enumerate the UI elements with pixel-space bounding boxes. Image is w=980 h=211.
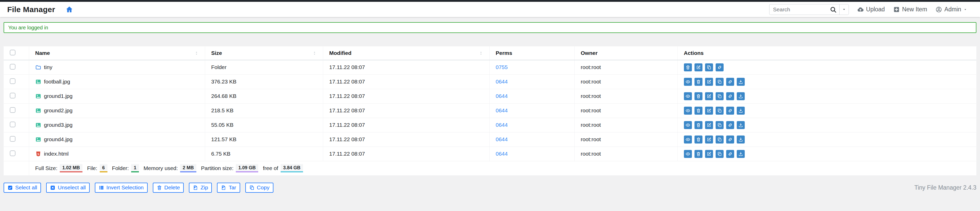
copy-button[interactable]: Copy — [245, 182, 274, 193]
zip-button[interactable]: Zip — [189, 182, 212, 193]
file-modified: 17.11.22 08:07 — [323, 75, 489, 89]
action-delete-button[interactable] — [694, 78, 702, 86]
column-header-modified[interactable]: Modified — [323, 46, 489, 60]
file-owner: root:root — [574, 147, 678, 161]
nav-item-label: Admin — [945, 6, 961, 13]
file-name-link[interactable]: ground1.jpg — [35, 93, 199, 99]
summary-value-badge: 2 MB — [180, 164, 196, 172]
invert-selection-button[interactable]: Invert Selection — [95, 182, 148, 193]
action-rename-button[interactable] — [694, 63, 702, 71]
column-header-name[interactable]: Name — [29, 46, 205, 60]
nav-item-admin[interactable]: Admin — [935, 6, 967, 13]
action-preview-button[interactable] — [684, 107, 692, 115]
action-preview-button[interactable] — [684, 78, 692, 86]
row-checkbox[interactable] — [10, 78, 16, 84]
table-row: ground4.jpg 121.57 KB 17.11.22 08:07 064… — [3, 132, 977, 147]
action-delete-button[interactable] — [694, 150, 702, 158]
button-label: Select all — [15, 184, 37, 190]
action-copy-button[interactable] — [716, 92, 724, 100]
action-rename-button[interactable] — [705, 78, 713, 86]
file-owner: root:root — [574, 132, 678, 147]
action-delete-button[interactable] — [694, 121, 702, 129]
image-icon — [35, 136, 41, 143]
action-rename-button[interactable] — [705, 107, 713, 115]
download-icon — [738, 108, 743, 113]
action-rename-button[interactable] — [705, 135, 713, 143]
action-link-button[interactable] — [726, 135, 734, 143]
action-link-button[interactable] — [726, 78, 734, 86]
row-checkbox[interactable] — [10, 122, 16, 127]
list-icon — [99, 185, 104, 190]
file-perms-link[interactable]: 0644 — [496, 108, 508, 113]
download-icon — [738, 123, 743, 127]
action-copy-button[interactable] — [716, 107, 724, 115]
file-perms-link[interactable]: 0644 — [496, 136, 508, 142]
action-rename-button[interactable] — [705, 121, 713, 129]
row-checkbox[interactable] — [10, 136, 16, 142]
file-name-link[interactable]: ground3.jpg — [35, 122, 199, 128]
action-link-button[interactable] — [726, 150, 734, 158]
search-input[interactable] — [769, 4, 839, 15]
action-copy-button[interactable] — [716, 135, 724, 143]
download-icon — [738, 151, 743, 156]
select-all-checkbox[interactable] — [10, 50, 16, 56]
action-download-button[interactable] — [737, 121, 745, 129]
file-perms-link[interactable]: 0755 — [496, 64, 508, 70]
delete-button[interactable]: Delete — [153, 182, 184, 193]
search-icon[interactable] — [830, 6, 837, 13]
file-name-link[interactable]: index.html — [35, 151, 199, 157]
action-copy-button[interactable] — [716, 121, 724, 129]
file-name-link[interactable]: football.jpg — [35, 79, 199, 85]
action-delete-button[interactable] — [694, 92, 702, 100]
preview-icon — [686, 79, 690, 84]
action-copy-button[interactable] — [705, 63, 713, 71]
action-download-button[interactable] — [737, 92, 745, 100]
home-button[interactable] — [65, 6, 73, 13]
action-copy-button[interactable] — [716, 150, 724, 158]
action-preview-button[interactable] — [684, 92, 692, 100]
column-header-size[interactable]: Size — [205, 46, 323, 60]
select-all-button[interactable]: Select all — [3, 182, 41, 193]
file-name-link[interactable]: tiny — [35, 64, 199, 70]
action-copy-button[interactable] — [716, 78, 724, 86]
action-preview-button[interactable] — [684, 121, 692, 129]
page-content: You are logged in NameSizeModifiedPermsO… — [0, 22, 980, 193]
top-navbar: File Manager UploadNew ItemAdmin — [0, 2, 980, 17]
action-preview-button[interactable] — [684, 135, 692, 143]
folder-icon — [35, 64, 41, 70]
file-perms-link[interactable]: 0644 — [496, 122, 508, 128]
link-icon — [728, 151, 733, 156]
action-link-button[interactable] — [726, 92, 734, 100]
action-download-button[interactable] — [737, 107, 745, 115]
action-link-button[interactable] — [726, 107, 734, 115]
action-link-button[interactable] — [716, 63, 724, 71]
unselect-all-button[interactable]: Unselect all — [46, 182, 90, 193]
row-checkbox[interactable] — [10, 64, 16, 70]
file-name-link[interactable]: ground4.jpg — [35, 136, 199, 143]
tar-button[interactable]: Tar — [217, 182, 240, 193]
file-modified: 17.11.22 08:07 — [323, 60, 489, 75]
action-download-button[interactable] — [737, 150, 745, 158]
summary-label: Full Size: — [35, 165, 57, 171]
column-header-label: Owner — [581, 50, 598, 56]
row-checkbox[interactable] — [10, 151, 16, 156]
action-rename-button[interactable] — [705, 150, 713, 158]
file-name-link[interactable]: ground2.jpg — [35, 108, 199, 114]
action-preview-button[interactable] — [684, 150, 692, 158]
action-download-button[interactable] — [737, 78, 745, 86]
file-perms-link[interactable]: 0644 — [496, 79, 508, 84]
row-checkbox[interactable] — [10, 93, 16, 98]
file-perms-link[interactable]: 0644 — [496, 93, 508, 99]
action-link-button[interactable] — [726, 121, 734, 129]
delete-icon — [696, 137, 701, 142]
file-perms-link[interactable]: 0644 — [496, 151, 508, 157]
action-delete-button[interactable] — [694, 107, 702, 115]
search-options-dropdown-button[interactable] — [839, 4, 849, 15]
nav-item-upload[interactable]: Upload — [857, 6, 885, 13]
nav-item-new-item[interactable]: New Item — [893, 6, 927, 13]
action-download-button[interactable] — [737, 135, 745, 143]
action-delete-button[interactable] — [684, 63, 692, 71]
row-checkbox[interactable] — [10, 107, 16, 113]
action-rename-button[interactable] — [705, 92, 713, 100]
action-delete-button[interactable] — [694, 135, 702, 143]
